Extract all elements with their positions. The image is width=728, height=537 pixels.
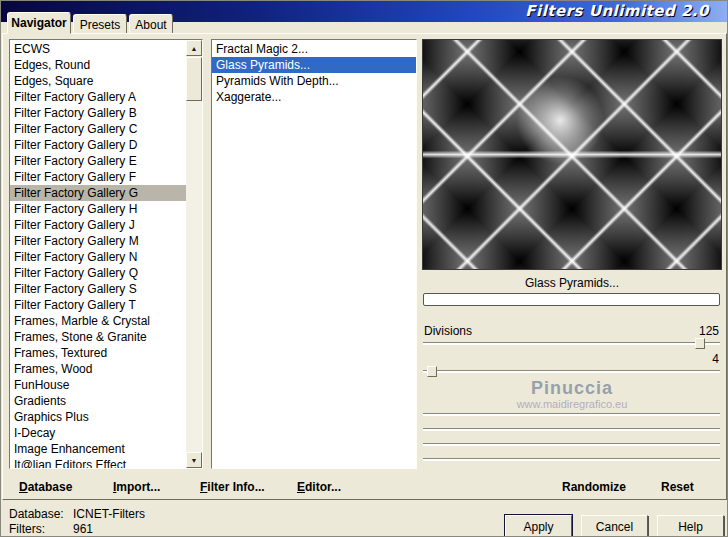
filter-list-item[interactable]: Pyramids With Depth... xyxy=(212,73,416,89)
help-button[interactable]: Help xyxy=(657,515,724,537)
divisions-slider[interactable] xyxy=(423,342,720,345)
filter-list[interactable]: Fractal Magic 2...Glass Pyramids...Pyram… xyxy=(211,39,417,469)
category-list-item[interactable]: Frames, Textured xyxy=(10,345,186,361)
slider-track-empty xyxy=(423,428,720,431)
database-button[interactable]: Database xyxy=(19,479,72,495)
category-list-item[interactable]: Filter Factory Gallery D xyxy=(10,137,186,153)
category-list[interactable]: ▲ ▼ ECWSEdges, RoundEdges, SquareFilter … xyxy=(9,39,203,469)
category-list-item[interactable]: Filter Factory Gallery C xyxy=(10,121,186,137)
param2-value: 4 xyxy=(712,352,719,366)
category-list-item[interactable]: Filter Factory Gallery H xyxy=(10,201,186,217)
filters-unlimited-window: Filters Unlimited 2.0 Navigator Presets … xyxy=(0,0,728,537)
scroll-down-icon: ▼ xyxy=(191,457,198,464)
category-list-item[interactable]: Filter Factory Gallery J xyxy=(10,217,186,233)
window-title: Filters Unlimited 2.0 xyxy=(525,2,709,20)
status-filters-label: Filters: xyxy=(9,522,45,536)
category-list-item[interactable]: Filter Factory Gallery Q xyxy=(10,265,186,281)
divisions-slider-thumb[interactable] xyxy=(695,338,705,349)
category-list-item[interactable]: Filter Factory Gallery M xyxy=(10,233,186,249)
slider-track-empty xyxy=(423,413,720,416)
filter-list-item[interactable]: Glass Pyramids... xyxy=(212,57,416,73)
category-list-item[interactable]: FunHouse xyxy=(10,377,186,393)
apply-button[interactable]: Apply xyxy=(505,515,572,537)
category-list-item[interactable]: Filter Factory Gallery E xyxy=(10,153,186,169)
category-list-item[interactable]: Filter Factory Gallery A xyxy=(10,89,186,105)
status-filters-value: 961 xyxy=(73,522,93,536)
category-list-item[interactable]: Filter Factory Gallery B xyxy=(10,105,186,121)
slider-track-empty xyxy=(423,458,720,461)
param2-slider[interactable] xyxy=(423,370,720,373)
tab-presets[interactable]: Presets xyxy=(73,14,127,34)
scroll-up-icon: ▲ xyxy=(191,45,198,52)
param2-control-row: 4 xyxy=(424,352,719,366)
category-list-item[interactable]: Frames, Stone & Granite xyxy=(10,329,186,345)
editor-button[interactable]: Editor... xyxy=(297,479,341,495)
category-list-item[interactable]: Filter Factory Gallery F xyxy=(10,169,186,185)
scroll-down-button[interactable]: ▼ xyxy=(186,452,202,468)
status-database-label: Database: xyxy=(9,507,64,521)
category-list-item[interactable]: Frames, Marble & Crystal xyxy=(10,313,186,329)
watermark-url: www.maidiregrafico.eu xyxy=(422,398,722,410)
preview-image[interactable] xyxy=(422,39,722,270)
category-list-scrollbar[interactable]: ▲ ▼ xyxy=(186,40,202,468)
scroll-up-button[interactable]: ▲ xyxy=(186,40,202,56)
selected-filter-name: Glass Pyramids... xyxy=(422,276,722,290)
tab-about[interactable]: About xyxy=(129,14,173,34)
category-list-item[interactable]: Gradients xyxy=(10,393,186,409)
category-list-item[interactable]: Graphics Plus xyxy=(10,409,186,425)
category-list-item[interactable]: Image Enhancement xyxy=(10,441,186,457)
cancel-button[interactable]: Cancel xyxy=(581,515,648,537)
divisions-label: Divisions xyxy=(424,324,472,338)
filter-list-item[interactable]: Fractal Magic 2... xyxy=(212,41,416,57)
category-list-item[interactable]: Filter Factory Gallery G xyxy=(10,185,186,201)
tab-navigator[interactable]: Navigator xyxy=(7,12,71,34)
category-list-item[interactable]: ECWS xyxy=(10,41,186,57)
category-list-item[interactable]: It@lian Editors Effect xyxy=(10,457,186,469)
slider-track-empty xyxy=(423,443,720,446)
category-list-item[interactable]: I-Decay xyxy=(10,425,186,441)
category-list-item[interactable]: Filter Factory Gallery N xyxy=(10,249,186,265)
watermark-name: Pinuccia xyxy=(422,378,722,399)
category-list-item[interactable]: Filter Factory Gallery S xyxy=(10,281,186,297)
status-database-value: ICNET-Filters xyxy=(73,507,145,521)
randomize-button[interactable]: Randomize xyxy=(562,479,626,495)
divisions-control-row: Divisions 125 xyxy=(424,324,719,338)
category-list-item[interactable]: Frames, Wood xyxy=(10,361,186,377)
param2-slider-thumb[interactable] xyxy=(427,366,437,377)
reset-button[interactable]: Reset xyxy=(661,479,694,495)
scrollbar-thumb[interactable] xyxy=(186,57,202,101)
progress-bar xyxy=(423,293,720,306)
import-button[interactable]: Import... xyxy=(113,479,160,495)
category-list-item[interactable]: Filter Factory Gallery T xyxy=(10,297,186,313)
filter-list-item[interactable]: Xaggerate... xyxy=(212,89,416,105)
category-list-item[interactable]: Edges, Square xyxy=(10,73,186,89)
filter-info-button[interactable]: Filter Info... xyxy=(200,479,265,495)
category-list-item[interactable]: Edges, Round xyxy=(10,57,186,73)
divisions-value: 125 xyxy=(699,324,719,338)
